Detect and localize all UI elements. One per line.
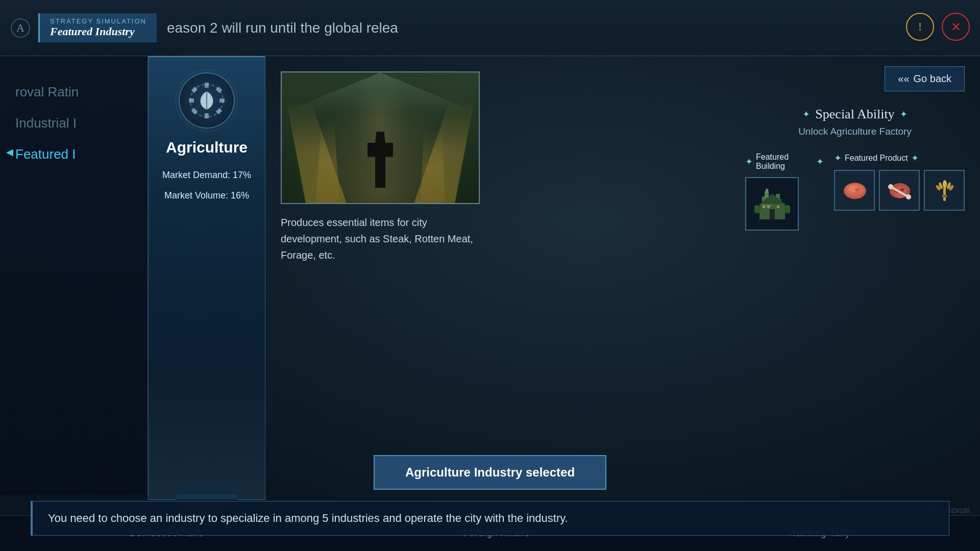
market-volume: Market Volume: 16% bbox=[164, 189, 249, 202]
featured-building-section: ✦ Featured Building ✦ bbox=[745, 153, 824, 231]
bottom-notification: You need to choose an industry to specia… bbox=[31, 501, 949, 536]
svg-rect-22 bbox=[763, 206, 765, 208]
svg-rect-10 bbox=[216, 108, 223, 115]
svg-point-36 bbox=[943, 180, 947, 188]
svg-rect-6 bbox=[219, 98, 225, 103]
special-ability-section: ✦ Special Ability ✦ Unlock Agriculture F… bbox=[745, 107, 965, 137]
diamond-icon-right: ✦ bbox=[900, 109, 908, 120]
svg-point-28 bbox=[855, 188, 859, 191]
svg-point-34 bbox=[906, 194, 911, 199]
industry-icon-circle bbox=[179, 72, 235, 129]
featured-product-label: ✦ Featured Product ✦ bbox=[834, 153, 965, 164]
industry-name: Agriculture bbox=[166, 139, 248, 156]
product-rotten-meat bbox=[879, 170, 920, 211]
svg-rect-9 bbox=[191, 108, 198, 115]
game-logo: A bbox=[10, 18, 31, 38]
svg-rect-19 bbox=[766, 189, 768, 193]
product-steak bbox=[834, 170, 875, 211]
featured-products-section: ✦ Featured Product ✦ bbox=[834, 153, 965, 211]
diamond-icon-left: ✦ bbox=[802, 109, 810, 120]
svg-rect-35 bbox=[943, 187, 946, 201]
svg-point-33 bbox=[888, 184, 893, 189]
announcement-text: eason 2 will run until the global relea bbox=[167, 20, 398, 36]
go-back-label: Go back bbox=[914, 73, 951, 85]
industry-banner: Agriculture Market Demand: 17% Market Vo… bbox=[148, 56, 265, 500]
diamond-icon-product: ✦ bbox=[834, 153, 842, 164]
building-icon-box bbox=[745, 177, 799, 231]
sidebar-item-industrial[interactable]: Industrial I bbox=[10, 108, 137, 139]
notification-text: You need to choose an industry to specia… bbox=[48, 512, 568, 524]
svg-point-31 bbox=[900, 188, 904, 191]
svg-rect-5 bbox=[189, 98, 194, 103]
svg-rect-18 bbox=[770, 209, 775, 219]
industry-image bbox=[281, 71, 480, 204]
special-ability-description: Unlock Agriculture Factory bbox=[745, 126, 965, 137]
sidebar-item-approval[interactable]: roval Ratin bbox=[10, 77, 137, 108]
top-right-icons: ! ✕ bbox=[906, 13, 970, 41]
product-forage bbox=[924, 170, 965, 211]
right-panel: «« Go back ✦ Special Ability ✦ Unlock Ag… bbox=[730, 56, 980, 500]
game-subtitle: STRATEGY SIMULATION bbox=[50, 17, 146, 25]
panel-title: Featured Industry bbox=[50, 25, 146, 38]
center-content: Produces essential items for city develo… bbox=[265, 56, 730, 500]
close-button[interactable]: ✕ bbox=[942, 13, 970, 41]
select-industry-button[interactable]: Agriculture Industry selected bbox=[374, 455, 606, 490]
go-back-button[interactable]: «« Go back bbox=[885, 66, 965, 91]
products-row bbox=[834, 170, 965, 211]
svg-rect-41 bbox=[942, 195, 947, 197]
main-panel: Agriculture Market Demand: 17% Market Vo… bbox=[148, 56, 980, 500]
announcement-bar: A STRATEGY SIMULATION Featured Industry … bbox=[0, 0, 980, 56]
featured-section: ✦ Featured Building ✦ bbox=[745, 153, 965, 231]
diamond-icon-product-right: ✦ bbox=[911, 153, 919, 164]
market-demand: Market Demand: 17% bbox=[162, 169, 251, 182]
featured-building-label: ✦ Featured Building ✦ bbox=[745, 153, 824, 171]
industry-description: Produces essential items for city develo… bbox=[281, 214, 480, 263]
special-ability-title: ✦ Special Ability ✦ bbox=[745, 107, 965, 122]
diamond-icon-building: ✦ bbox=[745, 156, 753, 167]
go-back-arrow: «« bbox=[898, 73, 909, 85]
svg-rect-8 bbox=[216, 87, 223, 93]
left-sidebar: roval Ratin Industrial I Featured I bbox=[0, 56, 148, 495]
svg-rect-7 bbox=[191, 87, 198, 93]
select-button-area: Agriculture Industry selected bbox=[374, 455, 606, 490]
svg-rect-23 bbox=[767, 206, 770, 208]
svg-point-2 bbox=[190, 84, 223, 117]
diamond-icon-building-right: ✦ bbox=[816, 156, 824, 167]
svg-rect-3 bbox=[205, 83, 209, 88]
svg-text:A: A bbox=[16, 21, 24, 34]
svg-rect-4 bbox=[205, 113, 209, 118]
header-title-block: STRATEGY SIMULATION Featured Industry bbox=[38, 13, 157, 42]
alert-icon[interactable]: ! bbox=[906, 13, 934, 41]
sidebar-item-featured[interactable]: Featured I bbox=[10, 139, 137, 170]
svg-rect-24 bbox=[777, 206, 779, 208]
